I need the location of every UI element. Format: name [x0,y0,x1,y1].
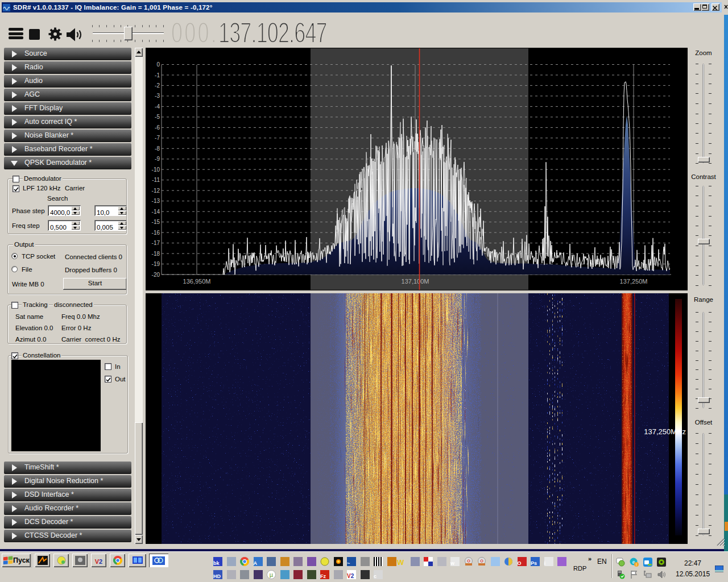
svg-text:-13: -13 [152,198,160,204]
svg-text:-14: -14 [152,209,160,215]
svg-text:-8: -8 [155,146,160,152]
svg-text:-6: -6 [155,124,160,131]
svg-text:-16: -16 [152,230,160,236]
svg-text:137,100M: 137,100M [402,278,429,285]
svg-text:-15: -15 [152,219,160,225]
svg-text:-9: -9 [155,156,160,162]
svg-text:-11: -11 [152,177,160,183]
svg-text:-2: -2 [155,82,160,89]
svg-text:-18: -18 [152,251,160,257]
svg-text:-17: -17 [152,240,160,246]
svg-text:-5: -5 [155,114,160,120]
svg-text:-4: -4 [155,103,160,110]
svg-text:-12: -12 [152,188,160,194]
svg-text:-19: -19 [152,261,160,267]
svg-text:-10: -10 [152,167,160,173]
svg-text:!: ! [636,563,637,567]
svg-text:-7: -7 [155,135,160,141]
svg-text:136,950M: 136,950M [183,278,211,285]
svg-text:-1: -1 [155,72,160,78]
svg-text:-3: -3 [155,93,160,99]
svg-text:-20: -20 [152,272,160,278]
svg-text:0: 0 [156,61,160,68]
svg-text:137,250M: 137,250M [620,278,648,285]
svg-text:µ: µ [270,571,274,578]
svg-text:137,250MHz: 137,250MHz [644,427,686,436]
